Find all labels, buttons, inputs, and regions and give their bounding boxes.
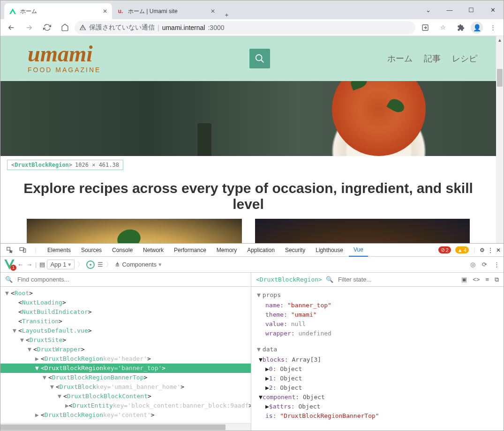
state-row[interactable]: ▶0: Object: [251, 364, 504, 374]
state-row[interactable]: name: "banner_top": [251, 301, 504, 310]
tab-sources[interactable]: Sources: [76, 244, 106, 256]
tab-application[interactable]: Application: [242, 244, 279, 256]
tree-row[interactable]: ▼<DruxtBlockRegionBannerTop>: [0, 373, 251, 382]
home-button[interactable]: [57, 21, 73, 34]
scroll-to-icon[interactable]: ▣: [461, 276, 467, 283]
profile-avatar[interactable]: 👤: [471, 22, 483, 34]
state-row[interactable]: ▼blocks: Array[3]: [251, 355, 504, 364]
vue-logo-icon: 1: [4, 260, 15, 270]
history-back-icon[interactable]: ←: [17, 261, 23, 268]
state-row[interactable]: ▶2: Object: [251, 383, 504, 393]
nav-recipes[interactable]: レシピ: [452, 53, 477, 64]
tab-console[interactable]: Console: [107, 244, 137, 256]
tab-memory[interactable]: Memory: [212, 244, 241, 256]
component-tree[interactable]: ▼<Root><NuxtLoading><NuxtBuildIndicator>…: [0, 287, 251, 423]
tab-2[interactable]: u. ホーム | Umami site ✕: [112, 3, 220, 19]
find-components-input[interactable]: [16, 275, 246, 283]
reload-button[interactable]: [39, 21, 55, 34]
close-devtools-icon[interactable]: ✕: [496, 247, 501, 253]
state-row[interactable]: ▶1: Object: [251, 374, 504, 383]
maximize-button[interactable]: ☐: [460, 0, 482, 19]
timeline-icon[interactable]: ☰: [98, 261, 103, 268]
section-header[interactable]: ▼data: [251, 344, 504, 355]
favicon-umami: u.: [117, 7, 124, 15]
target-icon[interactable]: [86, 260, 95, 269]
tab-lighthouse[interactable]: Lighthouse: [311, 244, 348, 256]
scrollbar-thumb[interactable]: [0, 424, 226, 430]
share-icon[interactable]: [417, 21, 433, 34]
more-icon[interactable]: ⋮: [488, 247, 493, 253]
tree-row[interactable]: ▼<DruxtBlockBlockContent>: [0, 392, 251, 401]
logo-text: umami: [28, 44, 101, 64]
scroll-up-icon[interactable]: ▲: [496, 36, 504, 44]
extensions-icon[interactable]: [453, 21, 469, 34]
tab-1[interactable]: ホーム ✕: [4, 3, 112, 19]
tree-row[interactable]: ▶<DruxtBlockRegion key='header'>: [0, 354, 251, 364]
more-icon[interactable]: ⋮: [494, 261, 500, 268]
tab-performance[interactable]: Performance: [169, 244, 211, 256]
state-row[interactable]: ▼component: Object: [251, 393, 504, 402]
tab-security[interactable]: Security: [280, 244, 310, 256]
crosshair-icon[interactable]: ◎: [470, 261, 475, 268]
nav-articles[interactable]: 記事: [424, 53, 441, 64]
browser-window: ホーム ✕ u. ホーム | Umami site ✕ ＋ ⌄ — ☐ ✕ 保護…: [0, 0, 504, 431]
state-row[interactable]: ▶$attrs: Object: [251, 402, 504, 411]
history-forward-icon[interactable]: →: [26, 261, 32, 268]
tab-network[interactable]: Network: [138, 244, 168, 256]
close-window-button[interactable]: ✕: [482, 0, 504, 19]
close-icon[interactable]: ✕: [103, 8, 107, 15]
state-row[interactable]: is: "DruxtBlockRegionBannerTop": [251, 411, 504, 421]
tab-title: ホーム | Umami site: [128, 7, 211, 15]
separator: |: [474, 247, 475, 253]
tab-vue[interactable]: Vue: [349, 244, 368, 257]
tree-row[interactable]: <NuxtLoading>: [0, 298, 251, 307]
tree-row[interactable]: ▼<DruxtBlock key='umami_banner_home'>: [0, 382, 251, 392]
menu-icon[interactable]: ⋮: [485, 21, 501, 34]
format-icon[interactable]: ≡: [485, 276, 489, 283]
tree-row[interactable]: ▼<Root>: [0, 289, 251, 298]
warning-badge[interactable]: ▲4: [455, 246, 469, 253]
gear-icon[interactable]: ⚙: [480, 247, 485, 253]
minimize-button[interactable]: —: [439, 0, 460, 19]
svg-line-2: [261, 60, 264, 63]
close-icon[interactable]: ✕: [211, 8, 215, 15]
state-tree[interactable]: ▼propsname: "banner_top"theme: "umami"va…: [251, 287, 504, 431]
state-row[interactable]: theme: "umami": [251, 310, 504, 320]
security-text: 保護されていない通信: [89, 23, 155, 32]
filter-state-input[interactable]: [337, 275, 458, 283]
tab-elements[interactable]: Elements: [43, 244, 75, 256]
tree-row[interactable]: <NuxtBuildIndicator>: [0, 307, 251, 317]
window-controls: ⌄ — ☐ ✕: [417, 0, 504, 19]
svg-point-1: [256, 55, 262, 61]
new-tab-button[interactable]: ＋: [220, 11, 233, 19]
open-external-icon[interactable]: ⧉: [495, 276, 499, 283]
tree-row[interactable]: ▼<DruxtBlockRegion key='banner_top'>: [0, 364, 251, 373]
tree-row[interactable]: ▼<DruxtWrapper>: [0, 345, 251, 354]
app-selector[interactable]: ▤ App 1 ▾: [39, 257, 75, 272]
back-button[interactable]: [3, 21, 19, 34]
chevron-down-icon[interactable]: ⌄: [417, 0, 439, 19]
view-selector[interactable]: ⋔ Components ▾: [115, 257, 162, 272]
state-row[interactable]: wrapper: undefined: [251, 329, 504, 338]
inspect-element-icon[interactable]: [3, 246, 15, 253]
address-bar[interactable]: 保護されていない通信 | umami.internal:3000: [75, 21, 415, 34]
state-row[interactable]: value: null: [251, 320, 504, 329]
section-header[interactable]: ▼props: [251, 290, 504, 301]
titlebar: ホーム ✕ u. ホーム | Umami site ✕ ＋ ⌄ — ☐ ✕: [0, 0, 504, 19]
show-code-icon[interactable]: <>: [473, 276, 480, 283]
nav-home[interactable]: ホーム: [387, 53, 413, 64]
devtools-panel: | Elements Sources Console Network Perfo…: [0, 243, 504, 431]
device-toggle-icon[interactable]: [16, 246, 29, 253]
tree-row[interactable]: ▼<LayoutsDefault.vue>: [0, 326, 251, 335]
bookmark-star-icon[interactable]: ☆: [435, 21, 451, 34]
search-button[interactable]: [249, 49, 270, 68]
horizontal-scrollbar[interactable]: [0, 423, 251, 431]
tree-row[interactable]: <Transition>: [0, 317, 251, 326]
tree-row[interactable]: ▶<DruxtEntity key='block_content:banner_…: [0, 401, 251, 410]
tree-row[interactable]: ▼<DruxtSite>: [0, 335, 251, 345]
site-logo[interactable]: umami FOOD MAGAZINE: [28, 44, 101, 73]
error-badge[interactable]: ⊘2: [438, 246, 451, 253]
tree-row[interactable]: ▶<DruxtBlockRegion key='content'>: [0, 410, 251, 420]
refresh-icon[interactable]: ⟳: [482, 261, 487, 268]
scrollbar-thumb[interactable]: [497, 69, 503, 87]
